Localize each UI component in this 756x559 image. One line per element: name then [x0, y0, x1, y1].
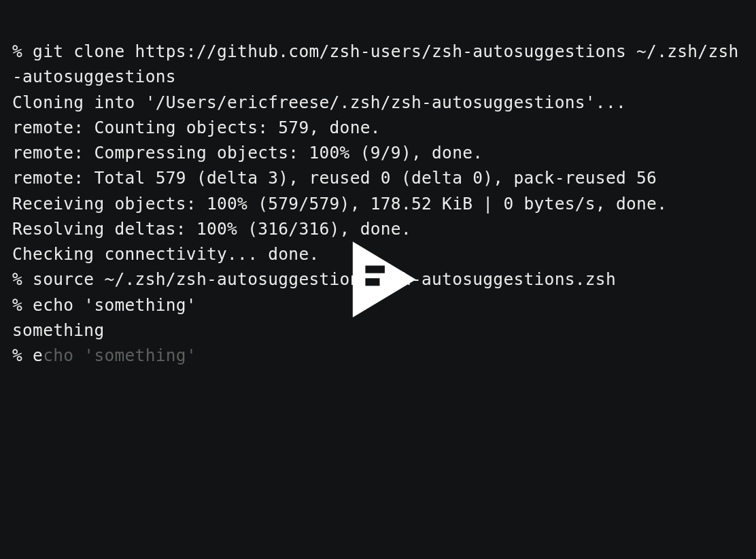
command-text: git clone https://github.com/zsh-users/z… — [12, 41, 739, 86]
output-text: remote: Counting objects: 579, done. — [12, 118, 381, 137]
output-text: Checking connectivity... done. — [12, 244, 320, 264]
prompt: % — [12, 269, 33, 289]
svg-marker-0 — [353, 241, 416, 318]
output-text: Receiving objects: 100% (579/579), 178.5… — [12, 194, 667, 214]
terminal-line: remote: Compressing objects: 100% (9/9),… — [12, 140, 744, 165]
terminal-line: Cloning into '/Users/ericfreese/.zsh/zsh… — [12, 90, 744, 115]
command-text: echo 'something' — [33, 295, 196, 315]
output-text: Cloning into '/Users/ericfreese/.zsh/zsh… — [12, 92, 626, 112]
autosuggestion-text: cho 'something' — [43, 345, 196, 365]
typed-text: e — [33, 345, 43, 365]
output-text: remote: Compressing objects: 100% (9/9),… — [12, 143, 483, 163]
output-text: something — [12, 320, 104, 340]
terminal-line: % git clone https://github.com/zsh-users… — [12, 39, 744, 89]
play-icon — [336, 237, 420, 322]
output-text: remote: Total 579 (delta 3), reused 0 (d… — [12, 168, 657, 188]
output-text: Resolving deltas: 100% (316/316), done. — [12, 219, 411, 239]
terminal-line: remote: Counting objects: 579, done. — [12, 115, 744, 140]
terminal-output: % git clone https://github.com/zsh-users… — [0, 0, 756, 407]
terminal-line: remote: Total 579 (delta 3), reused 0 (d… — [12, 165, 744, 190]
prompt: % — [12, 41, 33, 61]
command-text: source ~/.zsh/zsh-autosuggestions/zsh-au… — [33, 269, 616, 289]
prompt: % — [12, 295, 33, 315]
prompt: % — [12, 345, 33, 365]
terminal-line: Receiving objects: 100% (579/579), 178.5… — [12, 191, 744, 216]
terminal-current-line[interactable]: % echo 'something' — [12, 343, 744, 368]
play-button[interactable] — [336, 237, 420, 322]
